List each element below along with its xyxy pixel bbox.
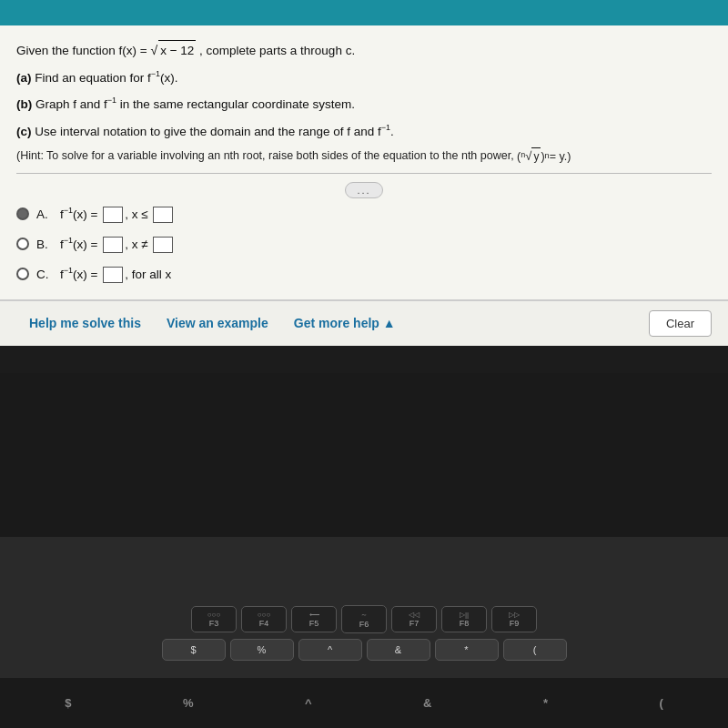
choice-a-radio[interactable] <box>16 207 29 220</box>
choice-b-row[interactable]: B. f−1(x) = , x ≠ <box>16 236 712 253</box>
key-f6[interactable]: ～F6 <box>341 605 387 633</box>
sqrt-expression: √x − 12 <box>150 40 196 62</box>
part-a-label: (a) <box>16 71 32 85</box>
choice-b-radio[interactable] <box>16 238 29 250</box>
get-more-help-button[interactable]: Get more help ▲ <box>281 310 409 336</box>
problem-area: Given the function f(x) = √x − 12 , comp… <box>0 25 728 300</box>
hint-text: (Hint: To solve for a variable involving… <box>16 147 712 166</box>
kb-openparen: ( <box>659 696 662 710</box>
key-open-paren[interactable]: ( <box>503 639 567 661</box>
key-ampersand[interactable]: & <box>367 639 430 661</box>
choice-b-text: f−1(x) = , x ≠ <box>60 236 175 253</box>
keyboard-row-fn: ○○○F3 ○○○F4 ⟵F5 ～F6 ◁◁F7 ▷||F8 ▷▷F9 <box>191 605 537 633</box>
choice-a-text: f−1(x) = , x ≤ <box>60 206 175 223</box>
keyboard-bottom: $ % ^ & * ( <box>0 678 728 728</box>
choice-b-box1[interactable] <box>103 237 123 253</box>
key-f9[interactable]: ▷▷F9 <box>491 606 537 632</box>
key-f8[interactable]: ▷||F8 <box>441 606 487 632</box>
help-me-solve-button[interactable]: Help me solve this <box>16 310 154 336</box>
choice-c-label: C. <box>36 268 53 281</box>
divider <box>16 173 712 174</box>
key-percent[interactable]: % <box>230 639 294 661</box>
problem-intro: Given the function f(x) = √x − 12 , comp… <box>16 40 712 62</box>
choice-a-label: A. <box>36 207 53 221</box>
choice-c-row[interactable]: C. f−1(x) = , for all x <box>16 266 712 283</box>
part-a: (a) Find an equation for f−1(x). <box>16 67 712 88</box>
key-f3[interactable]: ○○○F3 <box>191 606 237 632</box>
keyboard-row-symbols: $ % ^ & * ( <box>162 639 567 661</box>
part-c: (c) Use interval notation to give the do… <box>16 121 712 142</box>
view-example-button[interactable]: View an example <box>154 310 281 336</box>
choice-c-text: f−1(x) = , for all x <box>60 266 171 283</box>
bottom-toolbar: Help me solve this View an example Get m… <box>0 300 728 346</box>
ellipsis-row: ... <box>16 181 712 198</box>
part-b-label: (b) <box>16 97 32 111</box>
kb-ampersand: & <box>423 696 431 710</box>
choice-c-radio[interactable] <box>16 268 29 280</box>
ellipsis-button[interactable]: ... <box>345 182 382 198</box>
kb-percent: % <box>183 696 194 710</box>
key-f4[interactable]: ○○○F4 <box>241 606 287 632</box>
kb-dollar: $ <box>65 696 71 710</box>
part-c-label: (c) <box>16 124 32 137</box>
clear-button[interactable]: Clear <box>649 310 712 337</box>
kb-asterisk: * <box>543 696 548 710</box>
key-f7[interactable]: ◁◁F7 <box>391 606 437 632</box>
choice-c-box1[interactable] <box>103 267 123 283</box>
key-caret[interactable]: ^ <box>298 639 362 661</box>
choice-a-row[interactable]: A. f−1(x) = , x ≤ <box>16 206 712 223</box>
key-dollar[interactable]: $ <box>162 639 226 661</box>
key-asterisk[interactable]: * <box>435 639 499 661</box>
choice-a-box2[interactable] <box>153 207 173 223</box>
choice-b-label: B. <box>36 238 53 251</box>
key-f5[interactable]: ⟵F5 <box>291 606 337 632</box>
kb-caret: ^ <box>305 696 312 710</box>
top-bar <box>0 0 728 25</box>
bezel-top <box>0 346 728 373</box>
part-b: (b) Graph f and f−1 in the same rectangu… <box>16 94 712 115</box>
choice-a-box1[interactable] <box>103 207 123 223</box>
choice-b-box2[interactable] <box>153 237 173 253</box>
hint-formula: ( n√y )n = y.) <box>517 147 571 166</box>
ellipsis-text: ... <box>357 185 370 196</box>
